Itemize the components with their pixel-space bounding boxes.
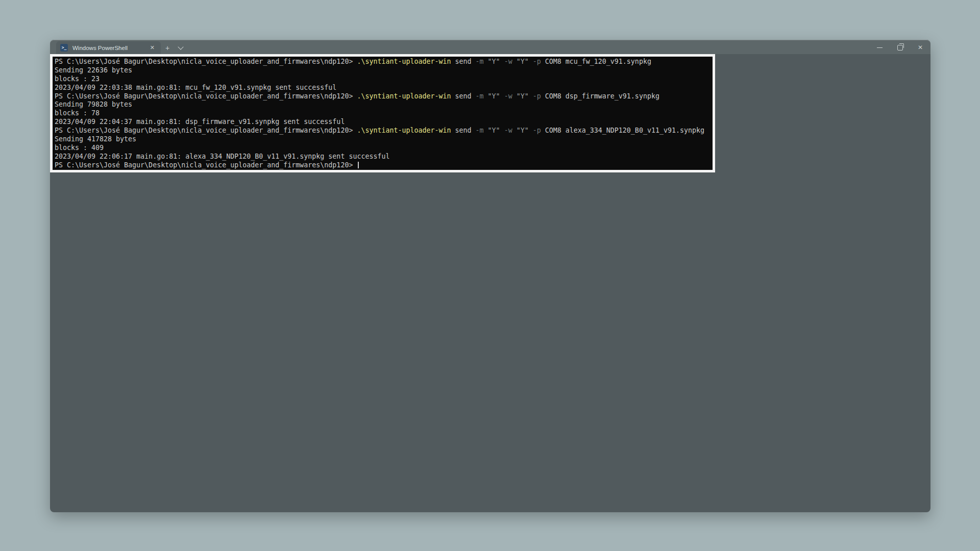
terminal-line: Sending 22636 bytes [55, 66, 710, 75]
plus-icon: + [165, 44, 169, 52]
minimize-icon [877, 47, 883, 48]
terminal-lines[interactable]: PS C:\Users\José Bagur\Desktop\nicla_voi… [53, 57, 713, 170]
terminal-line: 2023/04/09 22:03:38 main.go:81: mcu_fw_1… [55, 84, 710, 92]
terminal-line: PS C:\Users\José Bagur\Desktop\nicla_voi… [55, 161, 710, 170]
terminal-window: >_ Windows PowerShell ✕ + ✕ PS C:\Users\… [50, 40, 930, 512]
tab-label: Windows PowerShell [72, 45, 148, 51]
close-button[interactable]: ✕ [910, 40, 930, 55]
terminal-line: Sending 79828 bytes [55, 101, 710, 109]
minimize-button[interactable] [869, 40, 890, 55]
powershell-icon: >_ [60, 44, 68, 52]
close-icon: ✕ [918, 44, 923, 51]
terminal-cursor [358, 162, 359, 168]
restore-button[interactable] [890, 40, 910, 55]
tab-windows-powershell[interactable]: >_ Windows PowerShell ✕ [56, 41, 161, 54]
terminal-line: PS C:\Users\José Bagur\Desktop\nicla_voi… [55, 127, 710, 135]
terminal-line: 2023/04/09 22:06:17 main.go:81: alexa_33… [55, 153, 710, 161]
titlebar[interactable]: >_ Windows PowerShell ✕ + ✕ [50, 40, 930, 54]
tab-close-icon[interactable]: ✕ [148, 44, 157, 52]
highlighted-output-box: PS C:\Users\José Bagur\Desktop\nicla_voi… [50, 54, 715, 172]
terminal-line: blocks : 78 [55, 109, 710, 118]
new-tab-button[interactable]: + [161, 41, 174, 54]
titlebar-drag-area[interactable] [187, 40, 869, 54]
terminal-line: 2023/04/09 22:04:37 main.go:81: dsp_firm… [55, 118, 710, 127]
terminal-line: PS C:\Users\José Bagur\Desktop\nicla_voi… [55, 58, 710, 66]
terminal-line: blocks : 409 [55, 144, 710, 153]
terminal-line: blocks : 23 [55, 75, 710, 84]
chevron-down-icon [178, 44, 183, 49]
tab-dropdown-button[interactable] [174, 41, 187, 54]
terminal-line: Sending 417828 bytes [55, 135, 710, 144]
restore-window-icon [897, 45, 903, 51]
terminal-line: PS C:\Users\José Bagur\Desktop\nicla_voi… [55, 92, 710, 101]
window-controls: ✕ [869, 40, 930, 54]
